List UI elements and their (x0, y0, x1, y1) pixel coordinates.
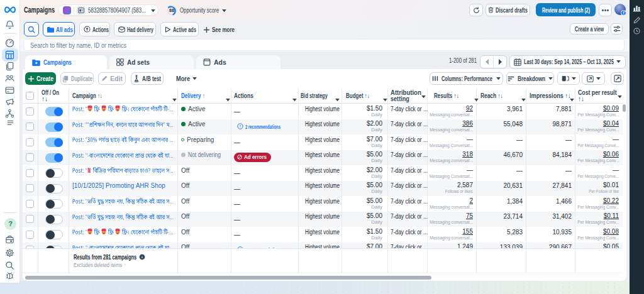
svg-text:88: 88 (169, 8, 174, 13)
